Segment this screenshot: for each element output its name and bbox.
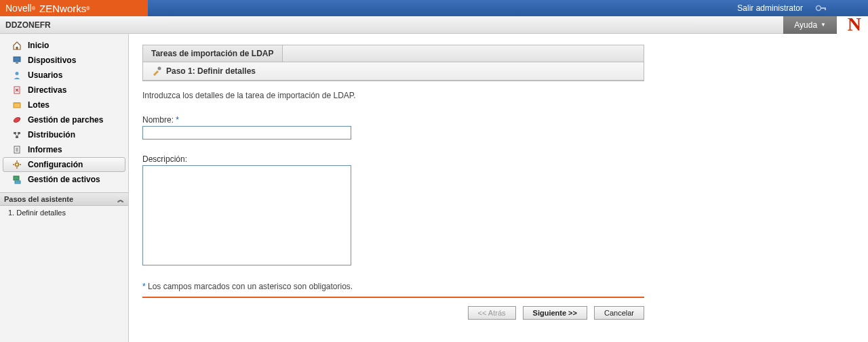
sidebar-item-inicio[interactable]: Inicio xyxy=(3,38,125,53)
svg-point-19 xyxy=(16,164,18,165)
svg-rect-13 xyxy=(16,136,18,138)
back-button: << Atrás xyxy=(468,306,516,320)
novell-n-logo: N xyxy=(848,14,861,35)
sidebar-item-directivas[interactable]: Directivas xyxy=(3,83,125,98)
patch-icon xyxy=(12,114,22,125)
bundle-icon xyxy=(12,100,22,110)
svg-rect-2 xyxy=(825,7,826,10)
wizard-step-1[interactable]: 1. Definir detalles xyxy=(0,206,128,219)
svg-rect-4 xyxy=(14,57,20,62)
svg-point-6 xyxy=(16,72,19,75)
sidebar-item-lotes[interactable]: Lotes xyxy=(3,98,125,112)
zone-name: DDZONEFR xyxy=(0,20,51,30)
svg-point-10 xyxy=(13,116,21,123)
chevron-down-icon: ▼ xyxy=(821,22,826,28)
intro-text: Introduzca los detalles de la tarea de i… xyxy=(142,91,823,100)
monitor-icon xyxy=(12,55,22,66)
required-asterisk: * xyxy=(176,115,179,125)
collapse-icon[interactable]: ︽ xyxy=(117,195,124,205)
wizard-steps-header: Pasos del asistente ︽ xyxy=(0,192,128,206)
sidebar-item-parches[interactable]: Gestión de parches xyxy=(3,112,125,127)
gear-icon xyxy=(12,159,22,170)
sidebar-item-label: Lotes xyxy=(28,100,50,110)
panel-step-label: Paso 1: Definir detalles xyxy=(166,66,256,76)
sidebar-item-usuarios[interactable]: Usuarios xyxy=(3,68,125,83)
key-icon[interactable] xyxy=(815,4,827,12)
home-icon xyxy=(12,40,22,51)
panel-tab: Tareas de importación de LDAP xyxy=(143,45,283,62)
brand-bar: Novell® ZENworks® xyxy=(0,0,148,16)
svg-rect-5 xyxy=(16,62,18,64)
required-asterisk-note: * xyxy=(142,282,148,291)
brand-novell: Novell xyxy=(5,3,32,14)
brand-novell-sub: ® xyxy=(32,6,35,11)
sidebar-item-dispositivos[interactable]: Dispositivos xyxy=(3,53,125,68)
sidebar-item-label: Informes xyxy=(28,145,62,154)
sidebar-item-configuracion[interactable]: Configuración xyxy=(3,157,125,172)
name-label-text: Nombre: xyxy=(142,115,174,125)
tools-icon xyxy=(151,66,162,77)
report-icon xyxy=(12,144,22,155)
sidebar-item-distribucion[interactable]: Distribución xyxy=(3,127,125,142)
svg-point-0 xyxy=(816,6,821,11)
user-icon xyxy=(12,70,22,81)
sidebar-item-label: Usuarios xyxy=(28,70,62,80)
asset-icon xyxy=(12,174,22,185)
distribution-icon xyxy=(12,129,22,140)
brand-zenworks: ZENworks xyxy=(39,3,86,14)
name-input[interactable] xyxy=(142,126,351,140)
sidebar-item-label: Distribución xyxy=(28,130,75,140)
wizard-title: Pasos del asistente xyxy=(4,195,73,203)
sidebar-item-label: Gestión de parches xyxy=(28,115,103,125)
sidebar: Inicio Dispositivos Usuarios Directivas … xyxy=(0,34,129,342)
name-label: Nombre: * xyxy=(142,115,823,125)
description-label: Descripción: xyxy=(142,154,823,164)
svg-rect-25 xyxy=(15,181,20,184)
help-button[interactable]: Ayuda ▼ xyxy=(783,16,837,34)
sidebar-item-label: Inicio xyxy=(28,41,49,50)
top-blue-bar: Salir administrator xyxy=(148,0,868,16)
svg-rect-12 xyxy=(18,132,20,134)
wizard-panel: Tareas de importación de LDAP Paso 1: De… xyxy=(142,45,644,81)
brand-zen-sub: ® xyxy=(86,6,90,11)
svg-point-26 xyxy=(158,67,161,70)
cancel-button[interactable]: Cancelar xyxy=(594,306,644,320)
required-note: * Los campos marcados con un asterisco s… xyxy=(142,282,823,291)
sidebar-item-informes[interactable]: Informes xyxy=(3,142,125,157)
next-button[interactable]: Siguiente >> xyxy=(523,306,587,320)
svg-rect-24 xyxy=(14,176,19,180)
help-label: Ayuda xyxy=(794,20,817,30)
policy-icon xyxy=(12,85,22,95)
sidebar-item-label: Directivas xyxy=(28,85,66,95)
sidebar-item-activos[interactable]: Gestión de activos xyxy=(3,172,125,187)
svg-rect-3 xyxy=(16,47,18,49)
required-note-text: Los campos marcados con un asterisco son… xyxy=(148,282,353,291)
svg-rect-8 xyxy=(14,103,20,108)
divider xyxy=(142,297,644,298)
logout-link[interactable]: Salir administrator xyxy=(737,3,803,13)
description-input[interactable] xyxy=(142,165,351,265)
svg-rect-11 xyxy=(14,132,16,134)
sidebar-item-label: Configuración xyxy=(28,160,83,169)
main-content: Tareas de importación de LDAP Paso 1: De… xyxy=(129,34,837,342)
svg-rect-9 xyxy=(14,102,20,104)
sidebar-item-label: Gestión de activos xyxy=(28,175,100,184)
sidebar-item-label: Dispositivos xyxy=(28,56,76,65)
